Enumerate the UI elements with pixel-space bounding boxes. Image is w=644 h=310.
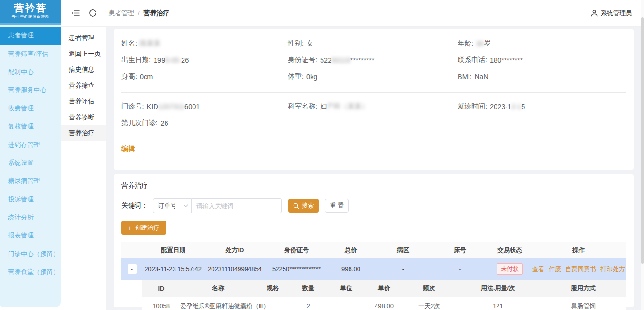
field-gender-value: 女 [306, 39, 313, 48]
field-department-label: 科室名称: [288, 102, 317, 111]
reset-button[interactable]: 重置 [325, 199, 349, 213]
self-pay-consent-link[interactable]: 自费同意书 [565, 265, 596, 274]
order-id-number: 52250************* [266, 265, 327, 273]
primary-sidebar: 营衿菩 — 专注于临床膳食营养 — 患者管理 营养筛查/评估 配制中心 营养服务… [0, 0, 61, 310]
field-id-number-label: 身份证号: [288, 55, 317, 64]
sidebar-item-statistics[interactable]: 统计分析 [0, 209, 61, 227]
field-clinic-number: 门诊号:KID12073116001 [121, 98, 288, 115]
field-visit-count-value: 26 [161, 119, 168, 127]
primary-sidebar-inner: 营衿菩 — 专注于临床膳食营养 — 患者管理 营养筛查/评估 配制中心 营养服务… [0, 0, 61, 307]
primary-nav: 患者管理 营养筛查/评估 配制中心 营养服务中心 收费管理 复核管理 进销存管理… [0, 25, 61, 281]
field-age-value: 岁 [484, 39, 491, 48]
menu-fold-icon[interactable] [71, 9, 80, 17]
user-name: 系统管理员 [601, 9, 632, 18]
order-items-subtable: ID 名称 规格 数量 单位 单价 频次 用法.用量/次 服用方式 [142, 280, 626, 310]
sidebar-item-diabetes[interactable]: 糖尿病管理 [0, 172, 61, 190]
sidebar-item-settings[interactable]: 系统设置 [0, 154, 61, 172]
keyword-label: 关键词： [121, 201, 148, 210]
field-gender: 性别:女 [288, 35, 458, 52]
main-column: 患者管理 / 营养治疗 系统管理员 患者管理 返回上一页 病史信息 营养筛 [61, 0, 644, 310]
field-height: 身高:0cm [121, 68, 288, 85]
user-icon [590, 9, 598, 17]
sidebar-item-canteen-reserved[interactable]: 营养食堂（预留） [0, 263, 61, 281]
sidebar-item-inventory[interactable]: 进销存管理 [0, 136, 61, 154]
submenu-item-assessment[interactable]: 营养评估 [61, 93, 106, 109]
field-age: 年龄:30岁 [458, 35, 626, 52]
submenu-item-treatment[interactable]: 营养治疗 [61, 125, 106, 141]
sidebar-item-review[interactable]: 复核管理 [0, 118, 61, 136]
order-type-select[interactable]: 订单号 [153, 198, 192, 213]
submenu-item-history[interactable]: 病史信息 [61, 62, 106, 78]
field-weight: 体重:0kg [288, 68, 458, 85]
field-gender-label: 性别: [288, 39, 304, 48]
field-id-number-masked: 50119 [331, 56, 350, 64]
create-treatment-button[interactable]: + 创建治疗 [121, 221, 166, 235]
order-type-select-value: 订单号 [158, 201, 176, 210]
field-id-number: 身份证号:52250119********* [288, 52, 458, 68]
sidebar-item-clinic-reserved[interactable]: 门诊中心（预留） [0, 245, 61, 263]
scrollbar-thumb[interactable] [641, 17, 644, 264]
treatment-card: 营养治疗 关键词： 订单号 [114, 174, 634, 307]
order-config-date: 2023-11-23 15:57:42 [142, 265, 204, 273]
app-window: 营衿菩 — 专注于临床膳食营养 — 患者管理 营养筛查/评估 配制中心 营养服务… [0, 0, 644, 310]
col-ward: 病区 [375, 246, 432, 255]
breadcrumb-separator: / [138, 9, 140, 17]
keyword-input[interactable] [192, 198, 282, 213]
search-toolbar: 关键词： 订单号 搜索 [121, 198, 626, 213]
items-table-header: ID 名称 规格 数量 单位 单价 频次 用法.用量/次 服用方式 [142, 280, 626, 297]
edit-patient-link[interactable]: 编辑 [121, 144, 135, 153]
field-visit-time: 就诊时间:2023-12-15 [458, 98, 626, 115]
item-row: 10058 爱孕维乐®亚麻籽油微囊粉（Ⅲ） 2 498.00 一天2次 121 … [142, 297, 626, 310]
sidebar-item-prep-center[interactable]: 配制中心 [0, 63, 61, 81]
treatment-orders-table: 配置日期 处方ID 身份证号 总价 病区 床号 交易状态 操作 - 2023-1… [121, 242, 626, 310]
order-bed: - [432, 265, 488, 273]
search-button[interactable]: 搜索 [288, 199, 319, 213]
field-name-masked: 陈某某 [140, 39, 161, 48]
submenu-item-diagnosis[interactable]: 营养诊断 [61, 109, 106, 126]
col-item-name: 名称 [180, 284, 256, 292]
sidebar-item-complaints[interactable]: 投诉管理 [0, 191, 61, 209]
col-item-spec: 规格 [256, 284, 289, 292]
sidebar-item-billing[interactable]: 收费管理 [0, 100, 61, 118]
field-birthdate-value: 199 [154, 56, 165, 64]
search-icon [293, 203, 299, 209]
status-badge-unpaid: 未付款 [497, 263, 523, 275]
breadcrumb-patient-mgmt[interactable]: 患者管理 [109, 9, 134, 18]
col-item-freq: 频次 [403, 284, 455, 292]
patient-fields-visit: 门诊号:KID12073116001 科室名称:妇产科（某某） 就诊时间:202… [121, 98, 626, 131]
secondary-sidebar: 患者管理 返回上一页 病史信息 营养筛查 营养评估 营养诊断 营养治疗 [61, 27, 106, 310]
patient-info-card: 姓名:陈某某 性别:女 年龄:30岁 出生日期:1995-05-26 身份证号: [114, 29, 634, 170]
col-item-method: 服用方式 [541, 284, 626, 292]
field-bmi-value: NaN [475, 73, 488, 81]
print-rx-link[interactable]: 打印处方 [600, 265, 625, 274]
sidebar-item-screening-eval[interactable]: 营养筛查/评估 [0, 45, 61, 63]
collapse-row-button[interactable]: - [128, 264, 137, 274]
topbar: 患者管理 / 营养治疗 系统管理员 [61, 0, 644, 27]
sidebar-item-nutrition-service[interactable]: 营养服务中心 [0, 81, 61, 99]
field-clinic-number-value: KID [147, 103, 158, 110]
content-area: 姓名:陈某某 性别:女 年龄:30岁 出生日期:1995-05-26 身份证号: [106, 27, 644, 310]
submenu-item-back[interactable]: 返回上一页 [61, 46, 106, 62]
field-phone-label: 联系电话: [458, 55, 487, 64]
create-treatment-label: 创建治疗 [135, 224, 159, 232]
col-rx-id: 处方ID [204, 246, 266, 255]
submenu-item-screening[interactable]: 营养筛查 [61, 78, 106, 94]
search-button-label: 搜索 [302, 201, 314, 210]
view-link[interactable]: 查看 [532, 265, 544, 274]
sidebar-item-patient-mgmt[interactable]: 患者管理 [0, 27, 61, 45]
sidebar-item-reports[interactable]: 报表管理 [0, 227, 61, 245]
order-row: - 2023-11-23 15:57:42 2023111049994854 5… [121, 258, 626, 280]
field-department: 科室名称:妇产科（某某） [288, 98, 458, 115]
order-total: 996.00 [327, 265, 375, 273]
app-logo: 营衿菩 — 专注于临床膳食营养 — [0, 0, 61, 23]
page-scrollbar[interactable] [641, 0, 644, 310]
col-item-unit: 单位 [327, 284, 365, 292]
item-usage: 121 [455, 302, 541, 310]
user-menu[interactable]: 系统管理员 [590, 9, 632, 18]
refresh-icon[interactable] [89, 9, 97, 17]
submenu-item-patient-mgmt[interactable]: 患者管理 [61, 30, 106, 46]
void-link[interactable]: 作废 [549, 265, 561, 274]
logo-tagline: — 专注于临床膳食营养 — [2, 14, 58, 20]
breadcrumb-current: 营养治疗 [144, 9, 169, 18]
field-visit-time-masked: 2-1 [511, 103, 521, 110]
